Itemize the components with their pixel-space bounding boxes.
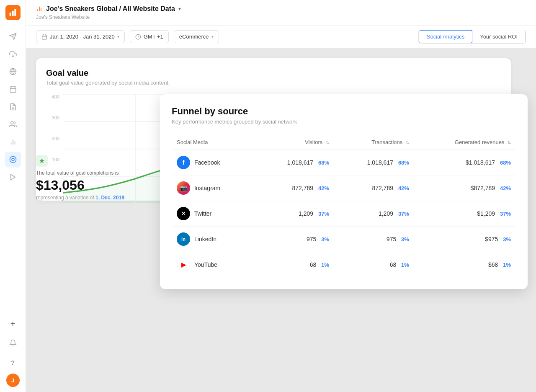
app-logo[interactable] xyxy=(5,5,21,20)
social-cell-twitter: ✕ Twitter xyxy=(177,207,249,220)
goal-value-subtitle: Total goal value generated by social med… xyxy=(46,80,501,86)
transactions-cell: 872,789 42% xyxy=(334,175,414,201)
social-icon-instagram: 📷 xyxy=(177,181,190,195)
tab-social-roi[interactable]: Your social ROI xyxy=(472,30,526,43)
social-name: YouTube xyxy=(194,261,217,268)
filter-picker[interactable]: eCommerce ▾ xyxy=(174,30,219,43)
svg-rect-0 xyxy=(9,13,11,16)
svg-rect-8 xyxy=(10,87,16,93)
revenues-cell: $1,209 37% xyxy=(414,201,516,227)
funnel-title: Funnel by source xyxy=(172,106,516,117)
social-icon-youtube: ▶ xyxy=(177,258,190,271)
date-range-picker[interactable]: Jan 1, 2020 - Jan 31, 2020 ▾ xyxy=(36,30,125,43)
transactions-num: 1,209 xyxy=(379,210,393,217)
transactions-pct: 3% xyxy=(401,236,409,242)
sidebar-item-send[interactable] xyxy=(5,28,21,44)
revenues-cell: $975 3% xyxy=(414,227,516,252)
col-social-media: Social Media xyxy=(172,135,254,150)
visitors-pct: 42% xyxy=(318,185,329,191)
revenues-pct: 68% xyxy=(500,160,511,166)
svg-rect-24 xyxy=(42,35,47,39)
social-cell-youtube: ▶ YouTube xyxy=(177,258,249,271)
revenues-cell: $68 1% xyxy=(414,252,516,278)
sidebar-item-bell[interactable] xyxy=(5,335,21,351)
table-row: ✕ Twitter 1,209 37% 1,209 37% $1,209 37% xyxy=(172,201,516,227)
social-cell-facebook: f Facebook xyxy=(177,156,249,169)
col-visitors[interactable]: Visitors ⇅ xyxy=(254,135,334,150)
transactions-pct: 68% xyxy=(398,160,409,166)
funnel-card: Funnel by source Key performance metrics… xyxy=(160,94,528,289)
col-revenues[interactable]: Generated revenues ⇅ xyxy=(414,135,516,150)
header-subtitle: Joe's Sneakers Website xyxy=(36,14,526,20)
visitors-num: 872,789 xyxy=(292,185,313,191)
stat-value: $13,056 xyxy=(36,178,124,193)
visitors-cell: 1,209 37% xyxy=(254,201,334,227)
goal-value-title: Goal value xyxy=(46,68,501,78)
date-range-label: Jan 1, 2020 - Jan 31, 2020 xyxy=(50,34,115,40)
bar-chart-icon xyxy=(36,5,43,12)
timezone-picker[interactable]: GMT +1 xyxy=(130,30,169,43)
funnel-table: Social Media Visitors ⇅ Transactions ⇅ xyxy=(172,135,516,277)
table-row: ▶ YouTube 68 1% 68 1% $68 1% xyxy=(172,252,516,278)
visitors-cell: 1,018,617 68% xyxy=(254,150,334,175)
clock-icon xyxy=(135,34,141,40)
svg-rect-1 xyxy=(12,11,13,16)
sidebar-item-media[interactable] xyxy=(5,169,21,185)
visitors-pct: 37% xyxy=(318,211,329,217)
transactions-num: 1,018,617 xyxy=(367,159,393,166)
sidebar-item-inbox[interactable] xyxy=(5,46,21,62)
transactions-pct: 1% xyxy=(401,262,409,268)
sidebar-bottom: + ? J xyxy=(5,316,21,387)
sidebar-item-add[interactable]: + xyxy=(5,316,21,332)
transactions-cell: 975 3% xyxy=(334,227,414,252)
revenues-pct: 1% xyxy=(503,262,511,268)
sidebar: + ? J xyxy=(0,0,26,392)
visitors-num: 975 xyxy=(307,236,316,242)
revenues-pct: 42% xyxy=(500,185,511,191)
tab-social-analytics[interactable]: Social Analytics xyxy=(418,30,473,44)
revenues-cell: $1,018,617 68% xyxy=(414,150,516,175)
goal-stat: The total value of goal completions is $… xyxy=(36,155,124,201)
user-avatar[interactable]: J xyxy=(6,374,20,387)
transactions-num: 68 xyxy=(390,261,397,268)
table-header-row: Social Media Visitors ⇅ Transactions ⇅ xyxy=(172,135,516,150)
svg-rect-2 xyxy=(14,9,16,16)
transactions-cell: 1,209 37% xyxy=(334,201,414,227)
toolbar: Jan 1, 2020 - Jan 31, 2020 ▾ GMT +1 eCom… xyxy=(26,26,536,48)
header-chevron[interactable]: ▾ xyxy=(178,6,181,12)
filter-chevron-icon: ▾ xyxy=(211,34,214,39)
visitors-cell: 68 1% xyxy=(254,252,334,278)
visitors-num: 1,018,617 xyxy=(287,159,313,166)
sort-transactions-icon: ⇅ xyxy=(406,140,409,145)
stat-date: 1, Dec. 2019 xyxy=(95,195,124,201)
col-transactions[interactable]: Transactions ⇅ xyxy=(334,135,414,150)
transactions-pct: 37% xyxy=(398,211,409,217)
revenues-num: $1,209 xyxy=(477,210,495,217)
sidebar-item-globe[interactable] xyxy=(5,64,21,80)
sidebar-item-help[interactable]: ? xyxy=(5,354,21,370)
sidebar-item-calendar[interactable] xyxy=(5,81,21,97)
social-name: Instagram xyxy=(194,185,220,191)
social-name: Twitter xyxy=(194,210,211,217)
svg-point-19 xyxy=(12,158,14,161)
sidebar-item-social-analytics[interactable] xyxy=(5,152,21,168)
stat-label: The total value of goal completions is xyxy=(36,170,124,176)
table-row: in LinkedIn 975 3% 975 3% $975 3% xyxy=(172,227,516,252)
sidebar-item-team[interactable] xyxy=(5,116,21,132)
transactions-cell: 1,018,617 68% xyxy=(334,150,414,175)
transactions-num: 975 xyxy=(387,236,396,242)
header-top: Joe's Sneakers Global / All Website Data… xyxy=(36,5,526,13)
table-row: f Facebook 1,018,617 68% 1,018,617 68% $… xyxy=(172,150,516,175)
table-row: 📷 Instagram 872,789 42% 872,789 42% $872… xyxy=(172,175,516,201)
view-tabs: Social Analytics Your social ROI xyxy=(418,30,526,44)
page-header: Joe's Sneakers Global / All Website Data… xyxy=(26,0,536,26)
transactions-num: 872,789 xyxy=(372,185,393,191)
svg-marker-20 xyxy=(10,174,15,180)
sidebar-item-report[interactable] xyxy=(5,99,21,115)
stat-icon xyxy=(36,155,48,167)
visitors-pct: 3% xyxy=(321,236,329,242)
social-icon-facebook: f xyxy=(177,156,190,169)
revenues-pct: 3% xyxy=(503,236,511,242)
sidebar-item-analytics[interactable] xyxy=(5,134,21,150)
social-icon-twitter: ✕ xyxy=(177,207,190,220)
